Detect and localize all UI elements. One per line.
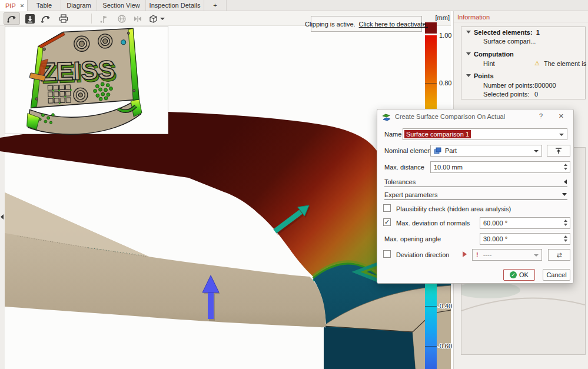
dialog-close-button[interactable]: ✕ [559,112,564,120]
spin-up-icon[interactable] [564,220,567,222]
num-points-label: Number of points: [483,82,534,89]
tree-collapse-icon[interactable] [466,74,471,77]
nominal-element-value: Part [445,147,457,154]
figure-button[interactable] [98,12,109,25]
pip-capture-button[interactable] [24,12,36,25]
dialog-help-button[interactable]: ? [539,112,543,119]
select-element-button[interactable] [547,145,570,157]
spin-up-icon[interactable] [564,164,567,166]
colorbar-gradient-top[interactable] [425,35,437,112]
clipping-banner[interactable]: Clipping is active. Click here to deacti… [311,16,422,32]
ok-button[interactable]: ✓ OK [503,269,535,281]
spin-down-icon[interactable] [564,168,567,170]
expert-parameters-section-header[interactable]: Expert parameters [384,191,437,198]
deviation-direction-label: Deviation direction [396,251,450,258]
print-button[interactable] [57,12,71,25]
section-rule [384,200,567,200]
section-expanded-icon[interactable] [562,193,567,196]
clipping-banner-text: Clipping is active. [305,21,356,28]
pip-capture-icon [25,14,35,24]
colorbar-label: -0.60 [437,343,457,350]
tab-inspection-details-label: Inspection Details [150,2,201,9]
viewport-left-strip [0,26,5,369]
cancel-button[interactable]: Cancel [543,269,570,281]
pip-window[interactable]: ZEISS ZEISS [5,26,168,134]
name-field-label: Name [384,131,401,138]
max-dev-normals-checkbox[interactable]: ✓ [383,218,391,226]
computation-hint-text: The element is not [544,60,588,67]
colorbar-label: -0.40 [437,302,457,310]
pip-part-illustration: ZEISS ZEISS [5,26,169,135]
pip-logo-text: ZEISS [40,55,116,86]
deviation-direction-value: ---- [483,251,492,258]
tab-table[interactable]: Table [28,0,61,11]
nominal-element-combobox[interactable]: Part [430,145,542,157]
dropdown-caret-icon[interactable] [559,134,564,136]
selected-elements-label: Selected elements: [474,29,533,36]
name-value: Surface comparison 1 [404,130,471,138]
tab-close-icon[interactable]: ✕ [20,3,25,9]
dropdown-caret-icon[interactable] [534,254,539,257]
max-distance-label: Max. distance [384,164,424,171]
nominal-element-label: Nominal element [384,147,433,154]
cancel-button-label: Cancel [546,271,566,278]
max-opening-angle-spinbox[interactable]: 30.000 ° [480,233,570,245]
dropdown-caret-icon [160,18,165,20]
max-distance-spinbox[interactable]: 10.00 mm [430,161,570,173]
sel-points-value: 0 [534,91,538,98]
curved-arrow-button[interactable] [39,12,53,25]
tree-collapse-icon[interactable] [466,31,471,34]
globe-button[interactable] [115,12,128,25]
spin-down-icon[interactable] [564,224,567,226]
max-dev-normals-spinbox[interactable]: 60.000 ° [480,217,570,229]
tree-selected-elements[interactable]: Selected elements: 1 [474,29,540,36]
tab-pip[interactable]: PIP ✕ [0,0,28,11]
ok-check-icon: ✓ [510,271,517,278]
tab-section-view[interactable]: Section View [97,0,146,11]
tab-add[interactable]: + [204,0,227,11]
tree-points-header[interactable]: Points [474,72,494,79]
max-opening-angle-label: Max. opening angle [384,235,441,242]
part-icon [434,147,441,154]
ok-button-label: OK [519,271,529,278]
sel-points-label: Selected points: [483,91,529,98]
tab-diagram[interactable]: Diagram [61,0,97,11]
tree-computation-header[interactable]: Computation [474,51,514,58]
tab-table-label: Table [36,2,52,9]
tab-section-view-label: Section View [102,2,139,9]
colorbar-tick [425,346,437,347]
spin-up-icon[interactable] [564,235,567,238]
tree-collapse-icon[interactable] [466,52,471,55]
section-collapsed-icon[interactable] [564,179,567,184]
check-icon: ✓ [384,218,390,226]
play-direction-icon [463,251,467,257]
spin-down-icon[interactable] [564,240,567,242]
tree-selected-item[interactable]: Surface compari... [483,38,536,45]
section-divider [454,22,588,22]
colorbar-tick [425,83,437,84]
tab-inspection-details[interactable]: Inspection Details [146,0,204,11]
exploded-view-icon [6,14,17,24]
deviation-direction-checkbox[interactable] [383,250,391,258]
name-combobox[interactable]: Surface comparison 1 [403,128,567,140]
swap-direction-button[interactable]: ⇄ [548,249,570,261]
application-window: [mm] 1.00 0.80 -0.40 -0.60 [0,0,588,369]
plausibility-label: Plausibility check (hidden area analysis… [396,205,511,212]
select-element-icon [554,147,563,155]
information-tree: Selected elements: 1 Surface compari... … [461,26,586,99]
tolerances-section-header[interactable]: Tolerances [384,178,416,185]
exploded-view-button[interactable] [4,12,20,25]
tab-diagram-label: Diagram [67,2,91,9]
plausibility-checkbox[interactable] [383,204,391,212]
missing-element-icon: ! [476,251,479,258]
bounding-box-button[interactable] [147,12,166,25]
colorbar-gradient-bottom[interactable] [425,284,437,369]
globe-icon [117,14,127,24]
clipping-deactivate-link[interactable]: Click here to deactivate. [359,21,428,28]
computation-hint-label: Hint [483,60,495,67]
dropdown-caret-icon[interactable] [534,150,539,152]
base-front-face [324,327,416,369]
deviation-direction-combobox[interactable]: ! ---- [472,249,542,261]
add-tab-icon: + [213,2,217,9]
align-center-button[interactable] [131,12,145,25]
